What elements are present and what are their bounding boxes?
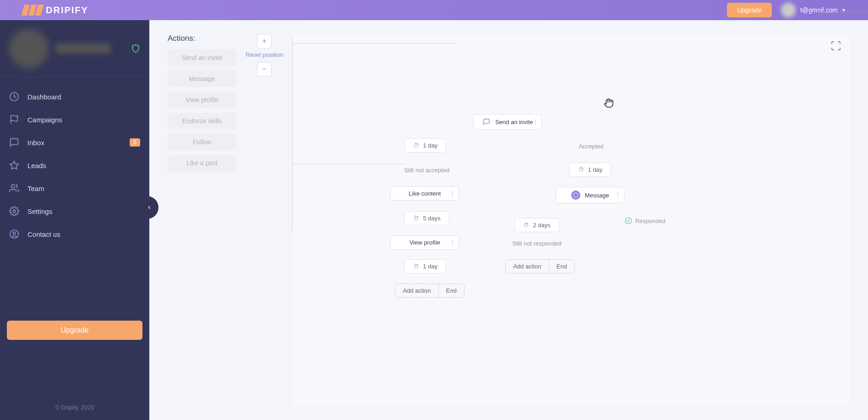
svg-point-4 [13, 210, 16, 213]
label-not-responded: Still not responded [512, 240, 562, 247]
label-responded: Responded [625, 217, 666, 224]
timer-icon: ⏱ [413, 215, 419, 222]
logo[interactable]: DRIPIFY [23, 5, 88, 16]
add-action-button[interactable]: Add action [506, 260, 549, 273]
action-tile-endorse[interactable]: Endorse skills [168, 113, 236, 129]
node-send-invite[interactable]: Send an invite ⋮ [473, 114, 542, 130]
actions-title: Actions: [168, 34, 236, 43]
sidebar-item-label: Leads [27, 162, 46, 169]
profile-name [55, 44, 110, 54]
node-label: 1 day [423, 263, 437, 270]
node-split-right: Add action End [505, 259, 575, 273]
zoom-out-button[interactable]: − [257, 62, 272, 76]
canvas[interactable]: Send an invite ⋮ ⏱ 1 day Still not accep… [292, 34, 850, 406]
content: Actions: Send an invite Message View pro… [149, 20, 868, 420]
timer-icon: ⏱ [523, 222, 529, 229]
copyright: © Dripify, 2020 [7, 404, 142, 411]
sidebar-item-label: Dashboard [27, 93, 61, 101]
avatar-icon [9, 29, 49, 68]
zoom-in-button[interactable]: + [257, 34, 272, 49]
timer-icon: ⏱ [578, 166, 584, 173]
hand-cursor-icon [604, 98, 614, 108]
star-icon [9, 160, 19, 170]
fullscreen-button[interactable] [830, 40, 843, 53]
avatar-icon [781, 3, 796, 17]
actions-panel: Actions: Send an invite Message View pro… [168, 34, 236, 406]
action-tile-follow[interactable]: Follow [168, 134, 236, 150]
shield-icon [131, 44, 140, 53]
gear-icon [9, 206, 19, 216]
canvas-controls: + Reset position − [246, 34, 283, 406]
node-label: Send an invite [495, 119, 533, 125]
node-label: View profile [409, 239, 440, 246]
header: DRIPIFY Upgrade t@gmail.com ▾ [0, 0, 868, 20]
logo-bars-icon [22, 5, 44, 16]
logo-text: DRIPIFY [46, 5, 88, 16]
svg-point-3 [11, 185, 15, 188]
timer-icon: ⏱ [413, 142, 419, 149]
timer-icon: ⏱ [413, 263, 419, 270]
node-split-left: Add action End [395, 284, 464, 298]
chat-icon [9, 137, 19, 147]
sidebar-item-team[interactable]: Team [0, 177, 149, 200]
node-label: 2 days [533, 222, 550, 229]
sidebar-item-contact[interactable]: Contact us [0, 223, 149, 245]
sidebar-item-campaigns[interactable]: Campaigns [0, 108, 149, 131]
sidebar-item-label: Team [27, 185, 44, 192]
svg-point-8 [626, 218, 632, 224]
action-tile-invite[interactable]: Send an invite [168, 49, 236, 66]
node-menu-icon[interactable]: ⋮ [615, 191, 621, 199]
sidebar-item-label: Contact us [27, 230, 60, 238]
sidebar-item-label: Settings [27, 207, 52, 215]
node-timer-1day-right[interactable]: ⏱ 1 day [569, 163, 611, 177]
fullscreen-icon [830, 40, 841, 51]
node-like-content[interactable]: Like content ⋮ [390, 186, 459, 201]
upgrade-sidebar-button[interactable]: Upgrade [7, 321, 142, 340]
svg-marker-2 [10, 161, 18, 169]
node-view-profile[interactable]: View profile ⋮ [390, 235, 459, 250]
node-message[interactable]: Message ⋮ [556, 187, 624, 203]
node-label: 1 day [588, 166, 602, 173]
action-tile-view-profile[interactable]: View profile [168, 92, 236, 108]
inbox-badge: 5 [130, 138, 140, 147]
end-button[interactable]: End [439, 284, 464, 297]
node-timer-1day-left[interactable]: ⏱ 1 day [404, 138, 446, 153]
send-icon [482, 118, 491, 126]
clock-icon [9, 92, 19, 102]
upgrade-header-button[interactable]: Upgrade [727, 3, 772, 17]
label-not-accepted: Still not accepted [404, 167, 449, 174]
node-menu-icon[interactable]: ⋮ [449, 239, 456, 246]
sidebar-item-label: Campaigns [27, 116, 62, 124]
sidebar-profile[interactable] [0, 20, 149, 77]
node-label: Like content [409, 190, 441, 197]
action-tile-like-post[interactable]: Like a post [168, 155, 236, 171]
reset-position-button[interactable]: Reset position [246, 51, 283, 59]
node-timer-5days[interactable]: ⏱ 5 days [404, 211, 449, 225]
user-icon [9, 229, 19, 239]
check-circle-icon [625, 217, 632, 224]
svg-point-6 [13, 232, 16, 235]
action-tile-message[interactable]: Message [168, 71, 236, 87]
node-menu-icon[interactable]: ⋮ [532, 118, 539, 125]
flag-icon [9, 115, 19, 125]
node-label: 1 day [423, 142, 437, 149]
sidebar-item-settings[interactable]: Settings [0, 200, 149, 223]
sidebar-item-inbox[interactable]: Inbox 5 [0, 131, 149, 154]
nav-list: Dashboard Campaigns Inbox 5 Leads Team [0, 77, 149, 254]
sidebar-item-leads[interactable]: Leads [0, 154, 149, 177]
end-button[interactable]: End [549, 260, 574, 273]
users-icon [9, 183, 19, 193]
node-label: 5 days [423, 215, 440, 222]
label-accepted: Accepted [579, 143, 603, 150]
sidebar-item-label: Inbox [27, 139, 44, 147]
back-to-templates-link[interactable]: ← Back to templates [809, 8, 868, 16]
sidebar-item-dashboard[interactable]: Dashboard [0, 85, 149, 108]
node-label: Message [585, 192, 609, 199]
sidebar: Dashboard Campaigns Inbox 5 Leads Team [0, 20, 149, 420]
add-action-button[interactable]: Add action [395, 284, 438, 297]
node-timer-1day-bottom[interactable]: ⏱ 1 day [404, 259, 446, 273]
message-icon [571, 191, 580, 200]
node-menu-icon[interactable]: ⋮ [449, 190, 456, 197]
node-timer-2days[interactable]: ⏱ 2 days [514, 218, 559, 232]
svg-point-7 [573, 193, 578, 197]
